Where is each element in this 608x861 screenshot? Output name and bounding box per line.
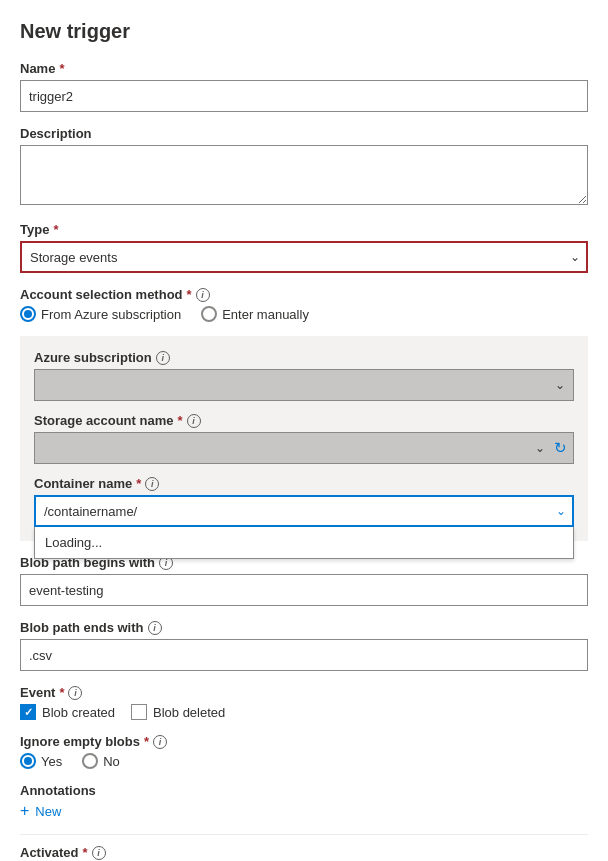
page-title: New trigger <box>20 20 588 43</box>
blob-created-label: Blob created <box>42 705 115 720</box>
storage-account-chevron-icon: ⌄ <box>535 441 545 455</box>
description-field-group: Description <box>20 126 588 208</box>
ignore-empty-required: * <box>144 734 149 749</box>
radio-yes-label: Yes <box>41 754 62 769</box>
radio-enter-manually-circle <box>201 306 217 322</box>
type-label: Type * <box>20 222 588 237</box>
activated-required: * <box>83 845 88 860</box>
radio-no[interactable]: No <box>82 753 120 769</box>
azure-subscription-label: Azure subscription i <box>34 350 574 365</box>
account-selection-required: * <box>187 287 192 302</box>
blob-deleted-label: Blob deleted <box>153 705 225 720</box>
radio-enter-manually-label: Enter manually <box>222 307 309 322</box>
account-selection-info-icon: i <box>196 288 210 302</box>
blob-path-ends-info-icon: i <box>148 621 162 635</box>
divider <box>20 834 588 835</box>
azure-subscription-group: Azure subscription i ⌄ <box>34 350 574 401</box>
name-input[interactable] <box>20 80 588 112</box>
plus-icon: + <box>20 802 29 820</box>
activated-group: Activated * i <box>20 845 588 860</box>
storage-account-required: * <box>177 413 182 428</box>
account-selection-label: Account selection method * i <box>20 287 588 302</box>
blob-deleted-checkbox[interactable] <box>131 704 147 720</box>
storage-account-group: Storage account name * i ⌄ ↻ <box>34 413 574 464</box>
description-input[interactable] <box>20 145 588 205</box>
loading-dropdown: Loading... <box>34 527 574 559</box>
blob-created-checkbox-item[interactable]: ✓ Blob created <box>20 704 115 720</box>
container-select-wrapper: /containername/ ⌄ Loading... <box>34 495 574 527</box>
container-select[interactable]: /containername/ ⌄ <box>34 495 574 527</box>
event-field-group: Event * i ✓ Blob created Blob deleted <box>20 685 588 720</box>
account-selection-radio-group: From Azure subscription Enter manually <box>20 306 588 322</box>
radio-yes[interactable]: Yes <box>20 753 62 769</box>
radio-yes-circle <box>20 753 36 769</box>
account-selection-group: Account selection method * i From Azure … <box>20 287 588 322</box>
container-name-group: Container name * i /containername/ ⌄ Loa… <box>34 476 574 527</box>
name-field-group: Name * <box>20 61 588 112</box>
blob-created-checkmark: ✓ <box>24 707 33 718</box>
container-name-label: Container name * i <box>34 476 574 491</box>
blob-path-begins-input[interactable] <box>20 574 588 606</box>
ignore-empty-radio-group: Yes No <box>20 753 588 769</box>
storage-account-select-wrapper: ⌄ ↻ <box>34 432 574 464</box>
radio-enter-manually[interactable]: Enter manually <box>201 306 309 322</box>
ignore-empty-blobs-group: Ignore empty blobs * i Yes No <box>20 734 588 769</box>
loading-text: Loading... <box>45 535 102 550</box>
radio-from-azure-label: From Azure subscription <box>41 307 181 322</box>
event-label: Event * i <box>20 685 588 700</box>
blob-path-ends-group: Blob path ends with i <box>20 620 588 671</box>
azure-settings-section: Azure subscription i ⌄ Storage account n… <box>20 336 588 541</box>
azure-subscription-select-wrapper: ⌄ <box>34 369 574 401</box>
description-label: Description <box>20 126 588 141</box>
activated-label: Activated * i <box>20 845 588 860</box>
radio-no-label: No <box>103 754 120 769</box>
azure-subscription-select[interactable]: ⌄ <box>34 369 574 401</box>
blob-path-ends-input[interactable] <box>20 639 588 671</box>
container-chevron-icon: ⌄ <box>556 504 566 518</box>
add-annotation-label: New <box>35 804 61 819</box>
type-field-group: Type * Storage events Schedule Tumbling … <box>20 222 588 273</box>
container-select-value: /containername/ <box>44 504 137 519</box>
ignore-empty-blobs-label: Ignore empty blobs * i <box>20 734 588 749</box>
event-info-icon: i <box>68 686 82 700</box>
blob-deleted-checkbox-item[interactable]: Blob deleted <box>131 704 225 720</box>
radio-no-circle <box>82 753 98 769</box>
radio-from-azure[interactable]: From Azure subscription <box>20 306 181 322</box>
annotations-group: Annotations + New <box>20 783 588 820</box>
event-checkbox-group: ✓ Blob created Blob deleted <box>20 704 588 720</box>
storage-account-info-icon: i <box>187 414 201 428</box>
radio-from-azure-circle <box>20 306 36 322</box>
type-required: * <box>53 222 58 237</box>
annotations-label: Annotations <box>20 783 588 798</box>
type-select-wrapper: Storage events Schedule Tumbling window … <box>20 241 588 273</box>
blob-path-begins-group: Blob path begins with i <box>20 555 588 606</box>
storage-account-refresh-icon[interactable]: ↻ <box>554 439 567 457</box>
add-annotation-button[interactable]: + New <box>20 802 61 820</box>
event-required: * <box>59 685 64 700</box>
ignore-empty-info-icon: i <box>153 735 167 749</box>
azure-subscription-chevron-icon: ⌄ <box>555 378 565 392</box>
container-name-info-icon: i <box>145 477 159 491</box>
azure-subscription-info-icon: i <box>156 351 170 365</box>
name-required: * <box>59 61 64 76</box>
blob-created-checkbox[interactable]: ✓ <box>20 704 36 720</box>
container-name-required: * <box>136 476 141 491</box>
type-select[interactable]: Storage events Schedule Tumbling window … <box>20 241 588 273</box>
activated-info-icon: i <box>92 846 106 860</box>
name-label: Name * <box>20 61 588 76</box>
storage-account-label: Storage account name * i <box>34 413 574 428</box>
storage-account-select[interactable]: ⌄ ↻ <box>34 432 574 464</box>
blob-path-ends-label: Blob path ends with i <box>20 620 588 635</box>
